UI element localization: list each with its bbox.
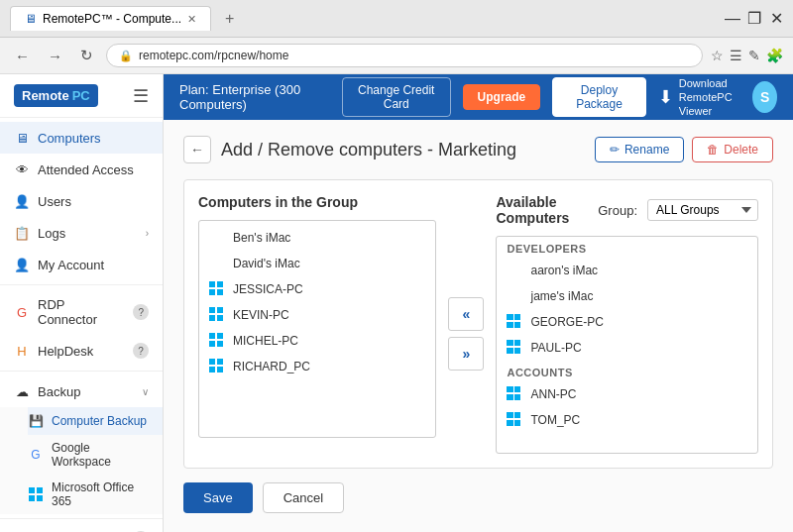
close-button[interactable]: ✕ bbox=[769, 12, 783, 26]
computers-in-group-list[interactable]: Ben's iMac David's iMac JESSICA-PC bbox=[198, 220, 436, 438]
minimize-button[interactable]: — bbox=[726, 12, 739, 26]
list-item[interactable]: ANN-PC bbox=[497, 381, 757, 407]
computer-name: JESSICA-PC bbox=[233, 282, 303, 296]
new-tab-button[interactable]: + bbox=[219, 8, 240, 30]
list-item[interactable]: aaron's iMac bbox=[497, 258, 757, 283]
sidebar-item-meeting[interactable]: 📹 Meeting ? bbox=[0, 523, 163, 532]
helpdesk-icon: H bbox=[14, 343, 30, 359]
group-select[interactable]: ALL Groups DEVELOPERS ACCOUNTS bbox=[647, 199, 758, 221]
forward-nav-button[interactable]: → bbox=[43, 46, 67, 66]
google-workspace-label: Google Workspace bbox=[52, 441, 149, 469]
delete-button[interactable]: 🗑 Delete bbox=[692, 137, 773, 162]
account-icon: 👤 bbox=[14, 257, 30, 272]
cancel-button[interactable]: Cancel bbox=[263, 482, 344, 513]
hamburger-icon[interactable]: ☰ bbox=[133, 85, 149, 107]
list-item[interactable]: JESSICA-PC bbox=[199, 276, 435, 302]
apple-icon bbox=[209, 256, 225, 271]
top-navbar: Plan: Enterprise (300 Computers) Change … bbox=[164, 74, 793, 120]
maximize-button[interactable]: ❐ bbox=[747, 12, 761, 26]
sidebar-item-users[interactable]: 👤 Users bbox=[0, 185, 163, 217]
apple-icon bbox=[507, 288, 522, 304]
edit-icon[interactable]: ✎ bbox=[748, 48, 760, 63]
sidebar-item-backup[interactable]: ☁ Backup ∨ bbox=[0, 375, 163, 407]
sidebar-item-google-workspace[interactable]: G Google Workspace bbox=[28, 435, 163, 475]
sidebar-helpdesk-label: HelpDesk bbox=[38, 344, 93, 359]
transfer-area: Computers in the Group Ben's iMac David'… bbox=[183, 179, 773, 469]
list-item[interactable]: KEVIN-PC bbox=[199, 302, 435, 328]
helpdesk-help-badge[interactable]: ? bbox=[133, 343, 149, 359]
save-button[interactable]: Save bbox=[183, 482, 253, 513]
topnav-right: ⬇ DownloadRemotePC Viewer S bbox=[658, 76, 777, 119]
available-panel-title: Available Computers bbox=[496, 194, 588, 226]
sidebar-item-users-label: Users bbox=[38, 194, 71, 209]
deploy-package-button[interactable]: Deploy Package bbox=[552, 77, 646, 117]
main-content: Plan: Enterprise (300 Computers) Change … bbox=[164, 74, 793, 532]
list-item[interactable]: MICHEL-PC bbox=[199, 328, 435, 354]
transfer-left-button[interactable]: « bbox=[448, 297, 484, 331]
sidebar-item-account-label: My Account bbox=[38, 258, 104, 272]
back-nav-button[interactable]: ← bbox=[10, 46, 35, 66]
computer-name: MICHEL-PC bbox=[233, 334, 298, 348]
rdp-help-badge[interactable]: ? bbox=[133, 304, 149, 320]
list-item[interactable]: PAUL-PC bbox=[497, 335, 757, 361]
list-item[interactable]: David's iMac bbox=[199, 251, 435, 276]
sidebar-backup-label: Backup bbox=[38, 384, 80, 399]
list-item[interactable]: jame's iMac bbox=[497, 283, 757, 309]
computer-backup-icon: 💾 bbox=[28, 413, 44, 429]
download-viewer-button[interactable]: ⬇ DownloadRemotePC Viewer bbox=[658, 76, 743, 119]
rename-button[interactable]: ✏ Rename bbox=[595, 137, 684, 162]
computers-in-group-inner: Ben's iMac David's iMac JESSICA-PC bbox=[199, 221, 435, 383]
available-computers-list[interactable]: DEVELOPERS aaron's iMac jame's iMac bbox=[496, 236, 758, 454]
sidebar-item-microsoft-office[interactable]: Microsoft Office 365 bbox=[28, 475, 163, 514]
sidebar-item-my-account[interactable]: 👤 My Account bbox=[0, 249, 163, 280]
bottom-actions: Save Cancel bbox=[183, 482, 773, 513]
sidebar-item-attended-label: Attended Access bbox=[38, 162, 134, 177]
chevron-right-icon: › bbox=[146, 228, 149, 239]
list-item[interactable]: GEORGE-PC bbox=[497, 309, 757, 335]
back-button[interactable]: ← bbox=[183, 136, 211, 163]
sidebar: RemotePC ☰ 🖥 Computers 👁 Attended Access… bbox=[0, 74, 164, 532]
windows-icon bbox=[507, 412, 522, 428]
user-avatar[interactable]: S bbox=[752, 81, 777, 113]
list-item[interactable]: Ben's iMac bbox=[199, 225, 435, 251]
sidebar-item-attended-access[interactable]: 👁 Attended Access bbox=[0, 154, 163, 185]
computer-name: TOM_PC bbox=[530, 413, 580, 427]
group-section-developers: DEVELOPERS bbox=[497, 237, 757, 258]
group-select-label: Group: bbox=[598, 203, 637, 218]
page-title: Add / Remove computers - Marketing bbox=[221, 140, 585, 160]
google-workspace-icon: G bbox=[28, 447, 44, 463]
sidebar-divider-3 bbox=[0, 518, 163, 519]
sidebar-rdp-label: RDP Connector bbox=[38, 297, 125, 327]
windows-icon bbox=[507, 340, 522, 356]
sidebar-item-computers[interactable]: 🖥 Computers bbox=[0, 122, 163, 154]
transfer-right-button[interactable]: » bbox=[448, 337, 484, 371]
sidebar-item-logs[interactable]: 📋 Logs › bbox=[0, 217, 163, 249]
list-item[interactable]: TOM_PC bbox=[497, 407, 757, 433]
plan-label: Plan: Enterprise (300 Computers) bbox=[179, 82, 330, 112]
sidebar-logo: RemotePC ☰ bbox=[0, 74, 163, 118]
menu-icon[interactable]: ☰ bbox=[730, 48, 742, 63]
extensions-icon[interactable]: 🧩 bbox=[766, 48, 783, 63]
browser-tab[interactable]: 🖥 RemotePC™ - Compute... ✕ bbox=[10, 6, 211, 31]
logo-remote: Remote bbox=[22, 88, 69, 103]
list-item[interactable]: RICHARD_PC bbox=[199, 354, 435, 379]
change-credit-card-button[interactable]: Change Credit Card bbox=[342, 77, 451, 117]
address-bar[interactable]: 🔒 remotepc.com/rpcnew/home bbox=[106, 44, 703, 67]
group-panel-title: Computers in the Group bbox=[198, 194, 436, 210]
bookmark-icon[interactable]: ☆ bbox=[711, 48, 724, 63]
computer-name: Ben's iMac bbox=[233, 231, 290, 245]
sidebar-item-helpdesk[interactable]: H HelpDesk ? bbox=[0, 335, 163, 367]
sidebar-item-rdp-connector[interactable]: G RDP Connector ? bbox=[0, 289, 163, 335]
windows-icon bbox=[507, 386, 522, 402]
page-actions: ✏ Rename 🗑 Delete bbox=[595, 137, 773, 162]
apple-icon bbox=[209, 230, 225, 246]
microsoft-icon bbox=[28, 486, 44, 502]
sidebar-item-computer-backup[interactable]: 💾 Computer Backup bbox=[28, 407, 163, 435]
windows-icon bbox=[209, 333, 225, 349]
page-header: ← Add / Remove computers - Marketing ✏ R… bbox=[183, 136, 773, 163]
tab-close-icon[interactable]: ✕ bbox=[187, 13, 196, 26]
refresh-button[interactable]: ↻ bbox=[75, 45, 98, 66]
upgrade-button[interactable]: Upgrade bbox=[463, 84, 541, 110]
content-area: ← Add / Remove computers - Marketing ✏ R… bbox=[164, 120, 793, 532]
rename-icon: ✏ bbox=[610, 143, 620, 157]
